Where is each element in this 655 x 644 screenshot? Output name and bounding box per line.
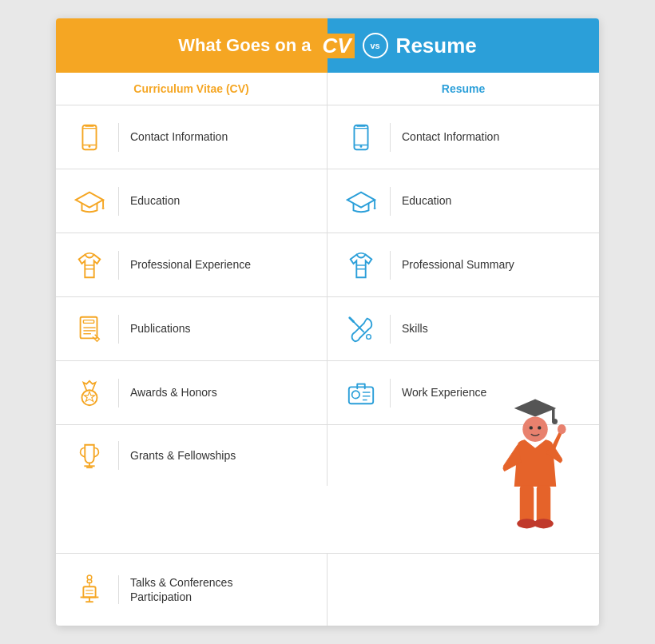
resume-education-label: Education	[402, 193, 451, 208]
table-row: Publications Skills	[56, 297, 599, 361]
col-headers: Curriculum Vitae (CV) Resume	[56, 73, 599, 105]
resume-workexp-label: Work Experience	[402, 385, 486, 400]
cv-awards-label: Awards & Honors	[130, 385, 217, 400]
cv-experience-label: Professional Experience	[130, 257, 251, 272]
svg-rect-21	[83, 320, 93, 323]
resume-contact-cell: Contact Information	[328, 105, 599, 169]
cv-talks-cell: Talks & ConferencesParticipation	[56, 554, 328, 626]
phone-icon-resume	[343, 120, 379, 155]
badge-icon-resume	[343, 376, 379, 411]
svg-rect-1	[85, 125, 93, 126]
main-card: What Goes on a CV vs Resume Curriculum V…	[56, 18, 599, 626]
cv-grants-label: Grants & Fellowships	[130, 448, 236, 463]
svg-point-12	[102, 207, 105, 209]
table-row: Education Education	[56, 169, 599, 233]
svg-marker-13	[347, 192, 375, 207]
svg-point-27	[367, 334, 371, 339]
divider	[118, 123, 119, 152]
header-prefix: What Goes on a	[178, 35, 311, 56]
header-resume: Resume	[396, 34, 477, 58]
divider	[118, 575, 119, 604]
table-row: Talks & ConferencesParticipation	[56, 554, 599, 626]
shirt-icon-resume	[343, 248, 379, 283]
table-row: Contact Information Contact Information	[56, 105, 599, 169]
cv-experience-cell: Professional Experience	[56, 233, 328, 296]
cv-contact-cell: Contact Information	[56, 105, 328, 169]
divider	[390, 251, 391, 280]
graduation-icon-resume	[343, 184, 379, 219]
medal-icon-cv	[72, 376, 107, 411]
svg-point-46	[517, 519, 537, 528]
svg-point-47	[534, 519, 554, 528]
divider	[390, 315, 391, 344]
cv-publications-label: Publications	[130, 321, 191, 336]
graduation-icon-cv	[72, 184, 107, 219]
shirt-icon-cv	[72, 248, 107, 283]
divider	[118, 379, 119, 407]
table-body: Contact Information Contact Information	[56, 105, 599, 626]
svg-point-43	[558, 424, 566, 434]
svg-point-2	[89, 145, 91, 147]
svg-point-54	[87, 575, 92, 580]
cv-publications-cell: Publications	[56, 297, 328, 360]
divider	[390, 123, 391, 152]
table-row: Grants & Fellowships	[56, 425, 599, 554]
resume-skills-label: Skills	[402, 321, 428, 336]
svg-marker-39	[514, 400, 557, 417]
svg-marker-29	[84, 392, 94, 401]
svg-point-42	[522, 416, 548, 442]
header-text: What Goes on a CV vs Resume	[178, 33, 477, 58]
cv-grants-cell: Grants & Fellowships	[56, 425, 328, 486]
cv-education-label: Education	[130, 193, 180, 208]
document-icon-cv	[72, 312, 107, 347]
person-illustration	[479, 385, 591, 553]
col-header-cv: Curriculum Vitae (CV)	[56, 73, 328, 105]
trophy-icon-cv	[72, 438, 107, 473]
table-row: Professional Experience Professional Sum…	[56, 233, 599, 297]
header-cv: CV	[319, 34, 354, 58]
svg-point-41	[552, 419, 558, 424]
resume-empty-cell-6	[328, 425, 599, 553]
svg-point-31	[352, 391, 360, 399]
vs-badge: vs	[363, 33, 388, 58]
svg-rect-45	[537, 485, 551, 523]
cv-talks-label: Talks & ConferencesParticipation	[130, 575, 232, 604]
resume-skills-cell: Skills	[328, 297, 599, 360]
header: What Goes on a CV vs Resume	[56, 18, 599, 73]
tools-icon-resume	[343, 312, 379, 347]
col-header-resume: Resume	[328, 73, 599, 105]
resume-summary-label: Professional Summary	[402, 257, 514, 272]
divider	[390, 187, 391, 216]
divider	[118, 315, 119, 344]
divider	[118, 187, 119, 216]
svg-point-15	[374, 207, 376, 209]
svg-marker-10	[76, 192, 103, 207]
cv-education-cell: Education	[56, 169, 328, 233]
svg-point-7	[360, 145, 363, 147]
cv-awards-cell: Awards & Honors	[56, 361, 328, 424]
resume-contact-label: Contact Information	[402, 129, 499, 144]
cv-contact-label: Contact Information	[130, 129, 228, 144]
resume-summary-cell: Professional Summary	[328, 233, 599, 296]
podium-icon-cv	[72, 572, 107, 607]
phone-icon-cv	[72, 120, 107, 155]
svg-point-49	[538, 426, 541, 429]
svg-rect-6	[356, 125, 365, 126]
resume-empty-cell-7	[328, 554, 599, 626]
svg-rect-44	[520, 485, 534, 523]
svg-point-48	[530, 426, 533, 429]
resume-education-cell: Education	[328, 169, 599, 233]
divider	[390, 379, 391, 407]
divider	[118, 441, 119, 470]
divider	[118, 251, 119, 280]
svg-line-26	[350, 317, 354, 321]
